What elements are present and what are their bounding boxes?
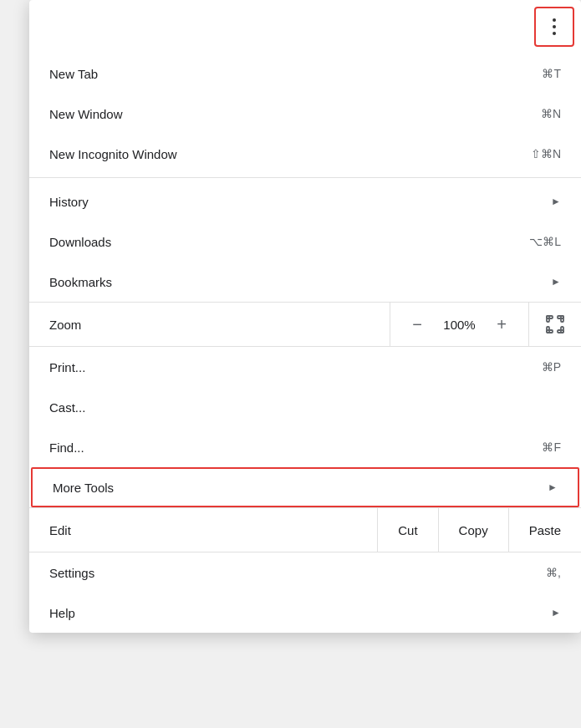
zoom-label[interactable]: Zoom [29,303,390,346]
help-label: Help [49,606,75,620]
help-arrow-icon: ► [551,607,561,619]
settings-shortcut: ⌘, [546,566,561,579]
dropdown-menu: New Tab ⌘T New Window ⌘N New Incognito W… [29,0,581,633]
menu-item-new-tab[interactable]: New Tab ⌘T [29,53,581,94]
zoom-fullscreen-button[interactable] [529,303,581,346]
menu-item-bookmarks[interactable]: Bookmarks ► [29,262,581,302]
cast-label: Cast... [49,400,85,415]
zoom-row: Zoom − 100% + [29,302,581,347]
dot-2 [553,25,556,28]
find-shortcut: ⌘F [542,440,561,454]
new-window-shortcut: ⌘N [541,107,561,120]
menu-item-print[interactable]: Print... ⌘P [29,347,581,387]
copy-button[interactable]: Copy [439,508,509,552]
cut-button[interactable]: Cut [378,508,438,552]
new-tab-label: New Tab [49,67,98,81]
dot-1 [553,18,556,22]
new-incognito-shortcut: ⇧⌘N [531,147,561,160]
bookmarks-arrow-icon: ► [551,276,561,288]
menu-item-downloads[interactable]: Downloads ⌥⌘L [29,221,581,262]
menu-top-spacer [29,0,581,53]
downloads-shortcut: ⌥⌘L [529,235,561,248]
dot-3 [553,32,556,35]
zoom-minus-button[interactable]: − [404,311,431,338]
edit-label: Edit [29,508,378,552]
find-label: Find... [49,440,84,455]
menu-container: New Tab ⌘T New Window ⌘N New Incognito W… [0,0,581,728]
menu-item-settings[interactable]: Settings ⌘, [29,552,581,593]
more-tools-arrow-icon: ► [548,481,558,493]
history-arrow-icon: ► [551,196,561,207]
print-shortcut: ⌘P [542,360,561,374]
zoom-plus-button[interactable]: + [488,311,515,338]
paste-button[interactable]: Paste [509,508,581,552]
menu-item-new-incognito[interactable]: New Incognito Window ⇧⌘N [29,134,581,174]
new-tab-shortcut: ⌘T [542,67,561,80]
history-label: History [49,195,89,209]
more-tools-label: More Tools [53,481,114,495]
menu-item-cast[interactable]: Cast... [29,387,581,427]
divider-1 [29,177,581,178]
three-dots-button[interactable] [534,7,574,47]
three-dots-icon [553,18,556,35]
settings-label: Settings [49,566,94,580]
menu-item-history[interactable]: History ► [29,181,581,221]
zoom-percent-display: 100% [441,318,478,332]
menu-item-help[interactable]: Help ► [29,593,581,633]
downloads-label: Downloads [49,235,111,249]
bookmarks-label: Bookmarks [49,275,112,289]
menu-item-new-window[interactable]: New Window ⌘N [29,94,581,134]
menu-item-more-tools[interactable]: More Tools ► [31,467,579,507]
new-window-label: New Window [49,107,123,121]
print-label: Print... [49,360,85,374]
fullscreen-icon [546,315,564,333]
edit-row: Edit Cut Copy Paste [29,507,581,552]
zoom-controls: − 100% + [390,303,529,346]
new-incognito-label: New Incognito Window [49,147,177,161]
menu-item-find[interactable]: Find... ⌘F [29,427,581,467]
